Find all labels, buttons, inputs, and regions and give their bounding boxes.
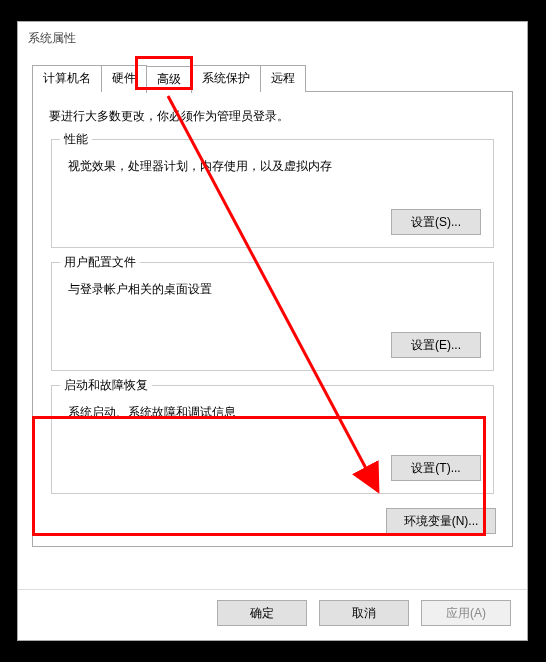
profiles-settings-button[interactable]: 设置(E)... (391, 332, 481, 358)
tab-label: 硬件 (112, 71, 136, 85)
ok-button[interactable]: 确定 (217, 600, 307, 626)
cancel-button[interactable]: 取消 (319, 600, 409, 626)
group-performance: 性能 视觉效果，处理器计划，内存使用，以及虚拟内存 设置(S)... (51, 139, 494, 248)
group-title: 启动和故障恢复 (60, 377, 152, 394)
group-description: 视觉效果，处理器计划，内存使用，以及虚拟内存 (68, 158, 481, 175)
panel-intro-text: 要进行大多数更改，你必须作为管理员登录。 (49, 108, 496, 125)
tab-label: 高级 (157, 72, 181, 86)
system-properties-dialog: 系统属性 计算机名 硬件 高级 系统保护 远程 要进行大多数更改，你必须作为管理… (17, 21, 528, 641)
tab-hardware[interactable]: 硬件 (101, 65, 147, 92)
startup-settings-button[interactable]: 设置(T)... (391, 455, 481, 481)
group-description: 系统启动、系统故障和调试信息 (68, 404, 481, 421)
tab-label: 系统保护 (202, 71, 250, 85)
tab-label: 计算机名 (43, 71, 91, 85)
apply-button[interactable]: 应用(A) (421, 600, 511, 626)
tab-advanced[interactable]: 高级 (146, 66, 192, 93)
tab-panel-advanced: 要进行大多数更改，你必须作为管理员登录。 性能 视觉效果，处理器计划，内存使用，… (32, 91, 513, 547)
performance-settings-button[interactable]: 设置(S)... (391, 209, 481, 235)
tabs-container: 计算机名 硬件 高级 系统保护 远程 要进行大多数更改，你必须作为管理员登录。 … (32, 65, 513, 547)
group-description: 与登录帐户相关的桌面设置 (68, 281, 481, 298)
tab-strip: 计算机名 硬件 高级 系统保护 远程 (32, 65, 513, 92)
group-title: 用户配置文件 (60, 254, 140, 271)
tab-label: 远程 (271, 71, 295, 85)
group-startup-recovery: 启动和故障恢复 系统启动、系统故障和调试信息 设置(T)... (51, 385, 494, 494)
environment-variables-button[interactable]: 环境变量(N)... (386, 508, 496, 534)
tab-system-protection[interactable]: 系统保护 (191, 65, 261, 92)
dialog-button-row: 确定 取消 应用(A) (18, 589, 527, 640)
group-title: 性能 (60, 131, 92, 148)
dialog-client-area: 计算机名 硬件 高级 系统保护 远程 要进行大多数更改，你必须作为管理员登录。 … (18, 51, 527, 589)
tab-computer-name[interactable]: 计算机名 (32, 65, 102, 92)
dialog-title: 系统属性 (18, 22, 527, 51)
tab-remote[interactable]: 远程 (260, 65, 306, 92)
group-user-profiles: 用户配置文件 与登录帐户相关的桌面设置 设置(E)... (51, 262, 494, 371)
